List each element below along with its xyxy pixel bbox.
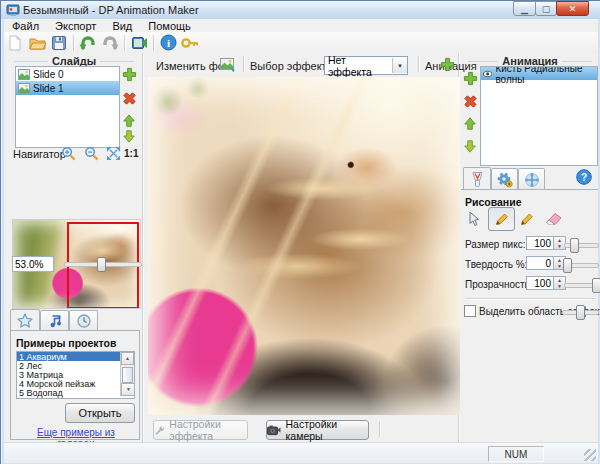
hardness-slider[interactable] xyxy=(564,263,599,268)
menu-view[interactable]: Вид xyxy=(104,20,140,32)
svg-text:i: i xyxy=(166,37,169,49)
add-animation-button[interactable] xyxy=(462,70,478,86)
info-button[interactable]: i xyxy=(157,33,179,52)
delete-slide-button[interactable] xyxy=(121,90,137,106)
effect-settings-label: Настройки эффекта xyxy=(169,418,247,442)
zoom-out-icon[interactable] xyxy=(83,145,99,161)
opacity-slider[interactable] xyxy=(564,283,599,288)
menu-file[interactable]: Файл xyxy=(4,20,47,32)
move-animation-down-button[interactable] xyxy=(462,138,478,154)
opacity-slider-thumb[interactable] xyxy=(592,278,600,293)
slide-list-item[interactable]: Slide 0 xyxy=(16,67,119,81)
slides-list[interactable]: Slide 0 Slide 1 xyxy=(15,66,120,148)
soft-brush-tool-button[interactable] xyxy=(516,209,538,228)
effect-dropdown[interactable]: Нет эффекта ▼ xyxy=(324,56,408,75)
export-video-button[interactable] xyxy=(128,33,150,52)
change-background-icon[interactable] xyxy=(220,57,236,76)
change-background-button[interactable]: Изменить фон xyxy=(156,60,230,72)
toolbar-separator xyxy=(153,35,154,51)
menu-export[interactable]: Экспорт xyxy=(47,20,104,32)
project-item[interactable]: 5 Водопад xyxy=(17,388,121,397)
hardness-spinner[interactable]: 0 ▲▼ xyxy=(526,256,566,270)
tab-effect-settings[interactable] xyxy=(491,168,518,190)
hardness-slider-thumb[interactable] xyxy=(563,258,572,273)
add-animation-bar-button[interactable] xyxy=(439,56,455,72)
brush-size-spinner[interactable]: 100 ▲▼ xyxy=(526,236,566,250)
opacity-spinner[interactable]: 100 ▲▼ xyxy=(526,276,566,290)
open-project-button[interactable]: Открыть xyxy=(65,403,135,423)
app-icon xyxy=(6,3,20,17)
zoom-slider-thumb[interactable] xyxy=(97,257,106,272)
clock-icon xyxy=(77,314,91,328)
animation-list[interactable]: Кисть Радиальные волны xyxy=(480,66,598,166)
tab-brush[interactable] xyxy=(463,167,491,190)
select-tool-button[interactable] xyxy=(463,209,485,228)
brush-size-slider-thumb[interactable] xyxy=(570,238,579,253)
move-animation-up-button[interactable] xyxy=(462,116,478,132)
fit-view-icon[interactable] xyxy=(105,145,121,161)
cursor-icon xyxy=(468,211,481,226)
help-button[interactable]: ? xyxy=(576,169,592,189)
hardness-label: Твердость %: xyxy=(465,259,527,270)
resize-grip[interactable] xyxy=(584,449,596,461)
close-button[interactable]: ✕ xyxy=(556,1,589,16)
canvas-photo[interactable] xyxy=(148,77,460,415)
new-document-button[interactable] xyxy=(4,33,26,52)
save-button[interactable] xyxy=(48,33,70,52)
arrow-up-icon xyxy=(122,114,136,128)
tab-music[interactable] xyxy=(40,310,69,331)
status-bar: NUM xyxy=(4,442,598,463)
title-bar[interactable]: Безымянный - DP Animation Maker xyxy=(1,1,600,19)
move-slide-down-button[interactable] xyxy=(121,128,137,144)
undo-button[interactable] xyxy=(77,33,99,52)
opacity-value[interactable]: 100 xyxy=(526,276,554,290)
tab-projects[interactable] xyxy=(10,309,40,331)
navigator-label: Навигатор xyxy=(13,148,66,160)
camera-settings-button[interactable]: Настройки камеры xyxy=(266,420,369,440)
zoom-slider[interactable] xyxy=(64,262,142,267)
effect-area-slider-thumb[interactable] xyxy=(576,305,585,320)
zoom-in-icon[interactable] xyxy=(60,145,76,161)
pencil-icon xyxy=(519,211,535,227)
scroll-up-arrow[interactable]: ▲ xyxy=(121,352,134,365)
select-effect-area-checkbox[interactable] xyxy=(464,305,476,317)
move-icon xyxy=(524,172,540,188)
scroll-thumb[interactable] xyxy=(122,367,133,383)
hardness-value[interactable]: 0 xyxy=(526,256,554,270)
brush-icon xyxy=(470,171,485,187)
delete-animation-button[interactable] xyxy=(462,93,478,109)
slide-thumb-icon xyxy=(18,83,30,94)
eraser-tool-button[interactable] xyxy=(541,209,565,228)
animation-item-label: Кисть Радиальные волны xyxy=(495,66,597,85)
maximize-button[interactable]: ▢ xyxy=(535,1,557,16)
animation-list-item-selected[interactable]: Кисть Радиальные волны xyxy=(481,67,597,80)
projects-list[interactable]: 1 Аквариум 2 Лес 3 Матрица 4 Морской пей… xyxy=(16,351,135,399)
ratio-1-1-button[interactable]: 1:1 xyxy=(124,148,138,159)
slide-list-item-selected[interactable]: Slide 1 xyxy=(16,81,119,95)
scroll-down-arrow[interactable]: ▼ xyxy=(121,383,135,396)
effect-area-slider[interactable] xyxy=(562,310,599,315)
menu-help[interactable]: Помощь xyxy=(140,20,199,32)
eye-icon xyxy=(483,70,492,78)
bar-separator xyxy=(379,421,380,437)
zoom-value-input[interactable] xyxy=(12,256,54,272)
toolbar-separator xyxy=(124,35,125,51)
dropdown-arrow-icon[interactable]: ▼ xyxy=(392,58,407,73)
star-icon xyxy=(17,313,33,328)
add-slide-button[interactable] xyxy=(121,66,137,82)
brush-size-value[interactable]: 100 xyxy=(526,236,554,250)
undo-icon xyxy=(79,34,97,51)
num-lock-indicator: NUM xyxy=(488,446,544,462)
move-slide-up-button[interactable] xyxy=(121,113,137,129)
brush-size-slider[interactable] xyxy=(564,243,599,248)
brush-tool-button-active[interactable] xyxy=(488,207,515,231)
opacity-label: Прозрачность xyxy=(465,279,530,290)
redo-button[interactable] xyxy=(99,33,121,52)
effect-settings-button[interactable]: Настройки эффекта xyxy=(153,420,248,440)
tab-timing[interactable] xyxy=(69,310,98,331)
projects-scrollbar[interactable]: ▲ ▼ xyxy=(120,352,134,396)
open-button[interactable] xyxy=(26,33,48,52)
key-button[interactable] xyxy=(179,33,201,52)
tab-transform[interactable] xyxy=(518,168,545,190)
minimize-button[interactable]: ▁ xyxy=(513,1,536,16)
